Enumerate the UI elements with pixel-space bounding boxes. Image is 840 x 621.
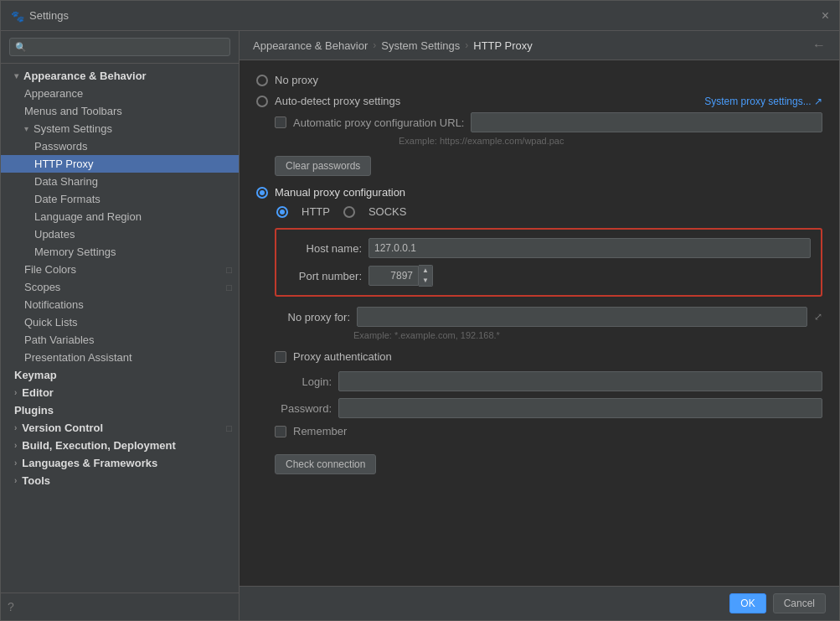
- no-proxy-for-input[interactable]: [357, 307, 807, 327]
- ok-button[interactable]: OK: [729, 593, 765, 613]
- main-panel: Appearance & Behavior › System Settings …: [240, 31, 839, 620]
- port-decrement-button[interactable]: ▼: [419, 276, 432, 286]
- sidebar-item-presentation-assistant[interactable]: Presentation Assistant: [1, 349, 239, 366]
- port-input[interactable]: [368, 266, 419, 286]
- host-label: Host name:: [286, 242, 362, 255]
- port-input-wrap: ▲ ▼: [368, 265, 433, 287]
- sidebar-item-memory-settings[interactable]: Memory Settings: [1, 243, 239, 261]
- no-proxy-for-label: No proxy for:: [275, 311, 350, 323]
- proxy-auth-row: Proxy authentication: [275, 350, 822, 363]
- sidebar-item-system-settings[interactable]: ▾ System Settings: [1, 120, 239, 137]
- caret-icon: ›: [14, 458, 17, 468]
- help-button[interactable]: ?: [8, 600, 14, 613]
- search-box: 🔍: [1, 31, 239, 64]
- host-row: Host name:: [286, 238, 811, 258]
- sidebar: 🔍 ▾ Appearance & Behavior Appearance Men…: [1, 31, 240, 620]
- sidebar-item-label: Tools: [22, 474, 50, 487]
- auto-config-hint: Example: https://example.com/wpad.pac: [399, 136, 822, 146]
- search-input[interactable]: [30, 41, 224, 53]
- sidebar-item-appearance[interactable]: Appearance: [1, 85, 239, 102]
- sidebar-item-updates[interactable]: Updates: [1, 225, 239, 243]
- sidebar-item-notifications[interactable]: Notifications: [1, 296, 239, 313]
- sidebar-item-http-proxy[interactable]: HTTP Proxy: [1, 155, 239, 173]
- sidebar-item-label: Editor: [22, 386, 54, 399]
- bottom-bar: OK Cancel: [240, 586, 839, 620]
- clear-passwords-button[interactable]: Clear passwords: [275, 156, 371, 176]
- sidebar-item-data-sharing[interactable]: Data Sharing: [1, 173, 239, 190]
- file-colors-icon: □: [226, 265, 232, 275]
- sidebar-item-build-execution[interactable]: › Build, Execution, Deployment: [1, 437, 239, 454]
- sidebar-item-date-formats[interactable]: Date Formats: [1, 190, 239, 208]
- remember-checkbox[interactable]: [275, 426, 286, 437]
- socks-label: SOCKS: [368, 205, 407, 218]
- no-proxy-label: No proxy: [275, 74, 318, 86]
- sidebar-item-label: File Colors: [24, 263, 76, 276]
- socks-radio[interactable]: [343, 206, 355, 218]
- sidebar-item-label: Keymap: [14, 369, 57, 381]
- system-proxy-link[interactable]: System proxy settings... ↗: [704, 96, 822, 107]
- sidebar-item-keymap[interactable]: Keymap: [1, 366, 239, 384]
- app-icon: 🐾: [11, 10, 23, 22]
- login-input[interactable]: [338, 371, 822, 391]
- http-radio[interactable]: [276, 206, 288, 218]
- auto-config-input[interactable]: [471, 112, 822, 132]
- expand-icon[interactable]: ⤢: [814, 311, 822, 323]
- sidebar-item-menus-toolbars[interactable]: Menus and Toolbars: [1, 102, 239, 120]
- sidebar-item-label: Menus and Toolbars: [24, 105, 122, 117]
- sidebar-item-label: Path Variables: [24, 334, 95, 346]
- sidebar-item-tools[interactable]: › Tools: [1, 472, 239, 489]
- auto-detect-radio[interactable]: [256, 96, 268, 107]
- breadcrumb-item-2: System Settings: [381, 39, 460, 52]
- sidebar-item-plugins[interactable]: Plugins: [1, 401, 239, 419]
- sidebar-item-language-region[interactable]: Language and Region: [1, 208, 239, 225]
- breadcrumb-item-1: Appearance & Behavior: [253, 39, 368, 52]
- sidebar-item-version-control[interactable]: › Version Control □: [1, 419, 239, 437]
- sidebar-item-label: Passwords: [34, 140, 88, 153]
- password-input[interactable]: [338, 398, 822, 418]
- caret-icon: ›: [14, 476, 17, 485]
- auto-config-checkbox[interactable]: [275, 116, 286, 128]
- proxy-auth-label: Proxy authentication: [293, 350, 392, 363]
- no-proxy-radio[interactable]: [256, 75, 268, 86]
- sidebar-item-passwords[interactable]: Passwords: [1, 137, 239, 155]
- sidebar-footer: ?: [1, 593, 239, 620]
- port-increment-button[interactable]: ▲: [419, 266, 432, 276]
- sidebar-item-quick-lists[interactable]: Quick Lists: [1, 313, 239, 331]
- sidebar-item-scopes[interactable]: Scopes □: [1, 278, 239, 296]
- remember-row: Remember: [275, 425, 822, 437]
- cancel-button[interactable]: Cancel: [773, 593, 826, 613]
- manual-proxy-radio[interactable]: [256, 187, 268, 199]
- port-spinners: ▲ ▼: [419, 265, 433, 287]
- sidebar-item-file-colors[interactable]: File Colors □: [1, 261, 239, 278]
- content-area: 🔍 ▾ Appearance & Behavior Appearance Men…: [1, 31, 839, 620]
- sidebar-item-appearance-behavior[interactable]: ▾ Appearance & Behavior: [1, 67, 239, 85]
- sidebar-item-label: Data Sharing: [34, 175, 98, 188]
- scopes-icon: □: [226, 282, 232, 292]
- caret-icon: ▾: [14, 71, 18, 80]
- sidebar-item-path-variables[interactable]: Path Variables: [1, 331, 239, 349]
- search-wrap[interactable]: 🔍: [9, 38, 230, 56]
- auto-detect-row: Auto-detect proxy settings System proxy …: [256, 95, 822, 107]
- sidebar-item-label: Scopes: [24, 281, 60, 293]
- sidebar-item-editor[interactable]: › Editor: [1, 384, 239, 401]
- clear-passwords-wrap: Clear passwords: [275, 156, 822, 176]
- check-connection-button[interactable]: Check connection: [275, 454, 376, 474]
- sidebar-item-languages-frameworks[interactable]: › Languages & Frameworks: [1, 454, 239, 472]
- check-connection-wrap: Check connection: [275, 448, 822, 474]
- remember-label: Remember: [293, 425, 347, 437]
- close-button[interactable]: ×: [822, 9, 829, 23]
- caret-icon: ›: [14, 441, 17, 450]
- sidebar-item-label: Presentation Assistant: [24, 351, 132, 364]
- port-label: Port number:: [286, 270, 362, 282]
- sidebar-item-label: Memory Settings: [34, 246, 116, 258]
- host-port-section: Host name: Port number: ▲ ▼: [275, 228, 822, 297]
- manual-proxy-label: Manual proxy configuration: [275, 186, 405, 199]
- version-control-icon: □: [226, 423, 232, 433]
- back-button[interactable]: ←: [812, 38, 826, 53]
- host-input[interactable]: [368, 238, 811, 258]
- sidebar-item-label: Language and Region: [34, 210, 142, 223]
- sidebar-tree: ▾ Appearance & Behavior Appearance Menus…: [1, 64, 239, 593]
- proxy-auth-checkbox[interactable]: [275, 351, 286, 363]
- sidebar-item-label: Plugins: [14, 404, 54, 417]
- sidebar-item-label: Languages & Frameworks: [22, 457, 157, 469]
